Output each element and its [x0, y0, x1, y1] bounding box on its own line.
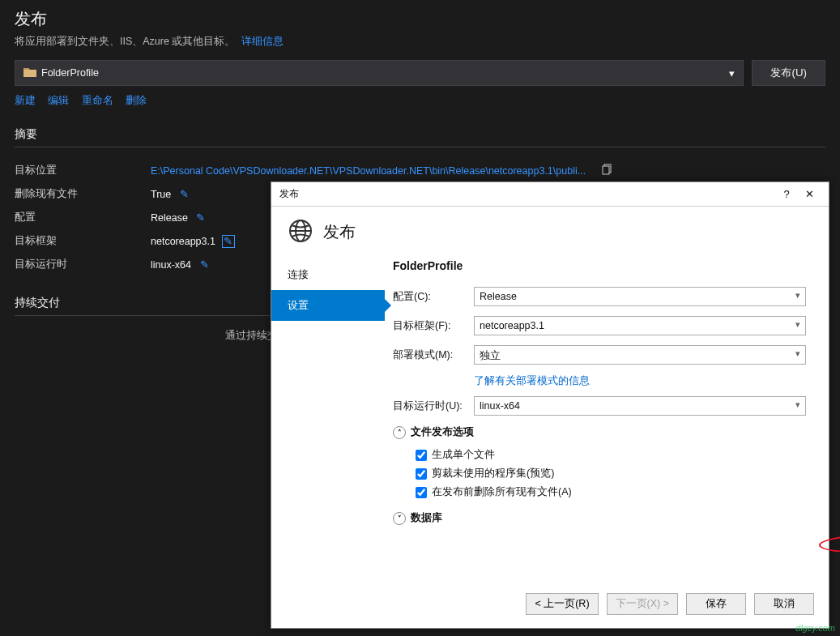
label-delete-existing: 删除现有文件	[15, 187, 151, 201]
pencil-icon[interactable]: ✎	[198, 258, 211, 271]
action-new[interactable]: 新建	[15, 95, 36, 106]
action-rename[interactable]: 重命名	[82, 95, 113, 106]
check-trim[interactable]	[416, 468, 427, 480]
save-button[interactable]: 保存	[686, 593, 746, 615]
nav-connection[interactable]: 连接	[271, 259, 385, 290]
label-framework-d: 目标框架(F):	[393, 319, 474, 333]
db-header: 数据库	[411, 511, 442, 525]
form-profile-name: FolderProfile	[393, 259, 806, 272]
next-button[interactable]: 下一页(X) >	[607, 593, 678, 615]
value-delete-existing: True	[151, 189, 171, 200]
label-config: 配置	[15, 211, 151, 224]
value-target-location[interactable]: E:\Personal Code\VPSDownloader.NET\VPSDo…	[151, 165, 586, 177]
label-config-d: 配置(C):	[393, 290, 474, 304]
select-deploy-mode[interactable]: 独立	[474, 345, 806, 365]
prev-button[interactable]: < 上一页(R)	[526, 593, 598, 615]
summary-title: 摘要	[15, 127, 825, 147]
pencil-icon[interactable]: ✎	[177, 188, 190, 201]
check-single-file[interactable]	[416, 450, 427, 461]
label-target-location: 目标位置	[15, 164, 151, 177]
pencil-icon[interactable]: ✎	[222, 235, 235, 248]
action-delete[interactable]: 删除	[126, 95, 147, 106]
chevron-down-icon: ▾	[729, 67, 735, 79]
select-config[interactable]: Release	[474, 287, 806, 306]
publish-dialog: 发布 ? ✕ 发布 连接 设置 FolderProfile 配置(C): Rel…	[271, 181, 829, 629]
action-edit[interactable]: 编辑	[48, 95, 69, 106]
pencil-icon[interactable]: ✎	[194, 211, 207, 224]
check-trim-row[interactable]: 剪裁未使用的程序集(预览)	[393, 464, 806, 483]
folder-icon	[23, 66, 36, 80]
annotation-circle	[819, 533, 840, 554]
page-title: 发布	[15, 8, 825, 30]
file-options-header: 文件发布选项	[411, 425, 474, 439]
publish-button[interactable]: 发布(U)	[752, 60, 825, 86]
value-runtime: linux-x64	[151, 259, 191, 271]
svg-rect-1	[603, 166, 609, 174]
check-delete-before[interactable]	[416, 487, 427, 498]
chevron-down-icon[interactable]: ˅	[393, 512, 406, 525]
select-framework[interactable]: netcoreapp3.1	[474, 316, 806, 335]
value-framework: netcoreapp3.1	[151, 236, 215, 247]
dialog-window-title: 发布	[279, 187, 775, 201]
page-description: 将应用部署到文件夹、IIS、Azure 或其他目标。 详细信息	[15, 35, 825, 49]
copy-icon[interactable]	[602, 164, 613, 177]
deploy-mode-info-link[interactable]: 了解有关部署模式的信息	[474, 374, 590, 388]
close-icon[interactable]: ✕	[798, 188, 821, 200]
profile-name: FolderProfile	[41, 67, 99, 79]
chevron-up-icon[interactable]: ˄	[393, 426, 406, 439]
dialog-header: 发布	[323, 221, 356, 243]
watermark: dlgcy.com	[795, 623, 835, 633]
profile-dropdown[interactable]: FolderProfile ▾	[15, 60, 744, 86]
label-runtime-d: 目标运行时(U):	[393, 399, 474, 413]
value-config: Release	[151, 212, 188, 224]
cancel-button[interactable]: 取消	[754, 593, 814, 615]
label-runtime: 目标运行时	[15, 258, 151, 271]
select-runtime[interactable]: linux-x64	[474, 396, 806, 416]
globe-icon	[288, 218, 313, 246]
label-framework: 目标框架	[15, 234, 151, 248]
nav-settings[interactable]: 设置	[271, 290, 385, 321]
more-info-link[interactable]: 详细信息	[241, 36, 284, 47]
check-single-file-row[interactable]: 生成单个文件	[393, 446, 806, 464]
help-icon[interactable]: ?	[775, 188, 798, 200]
label-deploy-mode: 部署模式(M):	[393, 348, 474, 362]
check-delete-before-row[interactable]: 在发布前删除所有现有文件(A)	[393, 483, 806, 502]
